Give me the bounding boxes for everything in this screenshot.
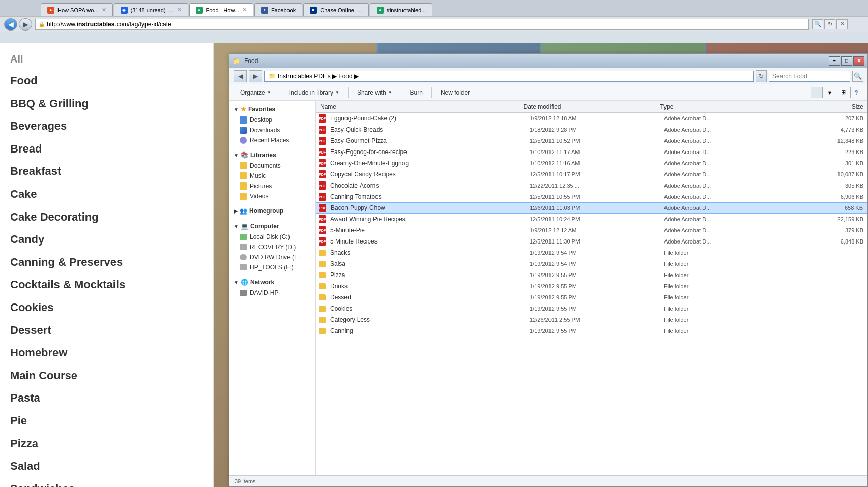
file-row[interactable]: PDF Award Winning Pie Recipes 12/5/2011 … [316, 214, 867, 225]
tab-facebook[interactable]: f Facebook [254, 3, 302, 16]
file-name: Drinks [328, 283, 528, 290]
exp-back-button[interactable]: ◀ [234, 70, 247, 82]
back-button[interactable]: ◀ [4, 18, 17, 31]
nav-recent-places[interactable]: Recent Places [229, 135, 315, 145]
nav-david-hp[interactable]: DAVID-HP [229, 288, 315, 298]
col-header-size[interactable]: Size [795, 103, 866, 110]
nav-downloads[interactable]: Downloads [229, 125, 315, 135]
minimize-button[interactable]: – [829, 56, 840, 66]
sidebar-item-homebrew[interactable]: Homebrew [10, 342, 203, 364]
sidebar-item-cookies[interactable]: Cookies [10, 296, 203, 319]
file-row[interactable]: PDF Easy-Gourmet-Pizza 12/5/2011 10:52 P… [316, 135, 867, 146]
view-icon-button[interactable]: ⊞ [837, 87, 849, 98]
stop-icon[interactable]: ✕ [836, 19, 848, 29]
sidebar-item-main-course[interactable]: Main Course [10, 364, 203, 387]
close-button[interactable]: ✕ [853, 56, 864, 66]
close-icon[interactable]: ✕ [177, 7, 182, 13]
tab-how-sopa[interactable]: ● How SOPA wo... ✕ [41, 3, 113, 16]
sidebar-item-beverages[interactable]: Beverages [10, 115, 203, 138]
forward-button[interactable]: ▶ [19, 18, 32, 31]
file-row[interactable]: PDF Creamy-One-Minute-Eggnog 1/10/2012 1… [316, 158, 867, 169]
favorites-header[interactable]: ▼ ★ Favorites [229, 104, 315, 115]
sidebar-item-cake-decorating[interactable]: Cake Decorating [10, 206, 203, 229]
tab-unread[interactable]: ◉ (3148 unread) -... ✕ [114, 3, 188, 16]
maximize-button[interactable]: □ [841, 56, 852, 66]
new-folder-button[interactable]: New folder [435, 86, 475, 99]
col-header-name[interactable]: Name [318, 103, 522, 110]
sidebar-item-food[interactable]: Food [10, 70, 203, 93]
nav-recovery-d[interactable]: RECOVERY (D:) [229, 242, 315, 252]
organize-button[interactable]: Organize ▼ [235, 86, 277, 99]
col-header-date[interactable]: Date modified [522, 103, 658, 110]
file-row[interactable]: PDF Eggnog-Pound-Cake (2) 1/9/2012 12:18… [316, 113, 867, 124]
share-with-button[interactable]: Share with ▼ [352, 86, 398, 99]
search-browser-icon[interactable]: 🔍 [812, 19, 823, 29]
close-icon[interactable]: ✕ [102, 7, 106, 13]
sidebar-item-pizza[interactable]: Pizza [10, 433, 203, 455]
nav-videos[interactable]: Videos [229, 191, 315, 201]
sidebar-item-cake[interactable]: Cake [10, 183, 203, 206]
homegroup-header[interactable]: ▶ 👥 Homegroup [229, 205, 315, 217]
burn-button[interactable]: Burn [404, 86, 428, 99]
file-row[interactable]: PDF Canning-Tomatoes 12/5/2011 10:55 PM … [316, 191, 867, 202]
file-row[interactable]: Snacks 1/19/2012 9:54 PM File folder [316, 247, 867, 258]
file-row[interactable]: Drinks 1/19/2012 9:55 PM File folder [316, 281, 867, 292]
tab-instructabled[interactable]: ● #instructabled... [370, 3, 433, 16]
file-row[interactable]: PDF Chocolate-Acorns 12/22/2011 12:35 ..… [316, 180, 867, 191]
file-name: Salsa [328, 260, 528, 267]
sidebar-item-cocktails[interactable]: Cocktails & Mocktails [10, 273, 203, 296]
nav-dvd-rw-e[interactable]: DVD RW Drive (E: [229, 252, 315, 262]
file-row[interactable]: PDF Easy-Quick-Breads 1/18/2012 9:28 PM … [316, 124, 867, 135]
nav-pictures[interactable]: Pictures [229, 181, 315, 191]
file-row[interactable]: Category-Less 12/26/2011 2:55 PM File fo… [316, 314, 867, 325]
close-icon[interactable]: ✕ [242, 7, 247, 13]
nav-music[interactable]: Music [229, 171, 315, 181]
tab-chase[interactable]: ■ Chase Online -... [303, 3, 369, 16]
exp-refresh-button[interactable]: ↻ [756, 70, 767, 82]
sidebar-item-sandwiches[interactable]: Sandwiches [10, 478, 203, 487]
sidebar-item-breakfast[interactable]: Breakfast [10, 160, 203, 183]
file-row[interactable]: PDF 5 Minute Recipes 12/5/2011 11:30 PM … [316, 236, 867, 247]
include-library-button[interactable]: Include in library ▼ [283, 86, 345, 99]
file-row[interactable]: PDF Bacon-Puppy-Chow 12/6/2011 11:03 PM … [316, 202, 867, 214]
tab-food[interactable]: ● Food - How... ✕ [189, 3, 253, 16]
refresh-icon[interactable]: ↻ [824, 19, 835, 29]
file-row[interactable]: PDF Easy-Eggnog-for-one-recipe 1/10/2012… [316, 146, 867, 158]
file-row[interactable]: PDF Copycat Candy Recipes 12/5/2011 10:1… [316, 169, 867, 180]
explorer-search-input[interactable] [769, 71, 850, 82]
nav-local-disk-c[interactable]: Local Disk (C:) [229, 232, 315, 242]
computer-header[interactable]: ▼ 💻 Computer [229, 221, 315, 232]
folder-file-icon [319, 306, 326, 312]
sidebar-item-dessert[interactable]: Dessert [10, 319, 203, 342]
view-list-button[interactable]: ≡ [811, 87, 823, 98]
exp-address-bar[interactable]: 📁 Instructables PDF's ▶ Food ▶ [264, 71, 754, 82]
nav-desktop[interactable]: Desktop [229, 115, 315, 125]
file-row[interactable]: Pizza 1/19/2012 9:55 PM File folder [316, 269, 867, 281]
file-row[interactable]: Salsa 1/19/2012 9:54 PM File folder [316, 258, 867, 269]
file-row[interactable]: Cookies 1/19/2012 9:55 PM File folder [316, 303, 867, 314]
col-header-type[interactable]: Type [658, 103, 795, 110]
file-type: File folder [662, 261, 796, 267]
exp-forward-button[interactable]: ▶ [249, 70, 262, 82]
address-bar[interactable]: 🔒 http://www.instructables.com/tag/type-… [35, 19, 809, 30]
libraries-header[interactable]: ▼ 📚 Libraries [229, 149, 315, 161]
file-row[interactable]: Canning 1/19/2012 9:55 PM File folder [316, 325, 867, 337]
sidebar-item-salad[interactable]: Salad [10, 455, 203, 478]
file-type: Adobe Acrobat D... [662, 227, 796, 233]
sidebar-item-pie[interactable]: Pie [10, 410, 203, 433]
file-row[interactable]: Dessert 1/19/2012 9:55 PM File folder [316, 292, 867, 303]
view-details-button[interactable]: ▼ [824, 87, 836, 98]
help-button[interactable]: ? [850, 87, 862, 98]
window-controls: – □ ✕ [829, 56, 864, 66]
nav-hp-tools-f[interactable]: HP_TOOLS (F:) [229, 262, 315, 272]
sidebar-item-candy[interactable]: Candy [10, 228, 203, 251]
network-header[interactable]: ▼ 🌐 Network [229, 277, 315, 288]
file-row[interactable]: PDF 5-Minute-Pie 1/9/2012 12:12 AM Adobe… [316, 225, 867, 236]
sidebar-item-all[interactable]: All [10, 48, 203, 70]
sidebar-item-canning[interactable]: Canning & Preserves [10, 251, 203, 274]
search-icon[interactable]: 🔍 [852, 71, 863, 82]
sidebar-item-bread[interactable]: Bread [10, 138, 203, 161]
sidebar-item-bbq[interactable]: BBQ & Grilling [10, 93, 203, 115]
nav-documents[interactable]: Documents [229, 161, 315, 171]
sidebar-item-pasta[interactable]: Pasta [10, 387, 203, 410]
